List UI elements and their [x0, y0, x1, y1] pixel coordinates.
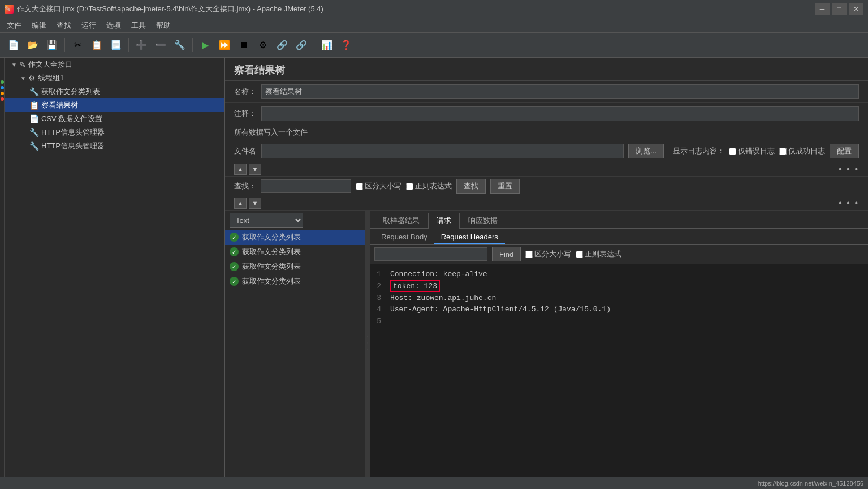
copy-button[interactable]: 📋 — [88, 36, 106, 54]
tree-item-item4[interactable]: 🔧 HTTP信息头管理器 — [5, 126, 224, 139]
cut-button[interactable]: ✂ — [68, 36, 87, 54]
sep3 — [192, 38, 193, 52]
open-button[interactable]: 📂 — [24, 36, 42, 54]
help-button[interactable]: ❓ — [337, 36, 355, 54]
title-text: 作文大全接口.jmx (D:\TestSoft\apache-jmeter-5.… — [17, 4, 323, 14]
tab-sampler[interactable]: 取样器结果 — [374, 213, 428, 228]
search-row: 查找： 区分大小写 正则表达式 查找 重置 — [225, 177, 868, 196]
drag-handle-h[interactable]: · · · — [365, 211, 370, 477]
up-arrow-btn2[interactable]: ▲ — [234, 198, 247, 209]
main-layout: ▼ ✎ 作文大全接口 ▼ ⚙ 线程组1 🔧 获取作文分类列表 📋 察看结果树 📄… — [0, 58, 868, 477]
sep2 — [128, 38, 129, 52]
tree-label-root: 作文大全接口 — [28, 59, 72, 70]
close-button[interactable]: ✕ — [849, 3, 863, 15]
line-num-5: 5 — [370, 316, 388, 328]
search-label: 查找： — [234, 181, 256, 191]
sub-tab-body[interactable]: Request Body — [374, 231, 434, 244]
find-case-label: 区分大小写 — [525, 249, 571, 259]
line-content-2: token: 123 — [388, 281, 868, 293]
tab-response[interactable]: 响应数据 — [460, 213, 506, 228]
line-content-5 — [388, 316, 868, 328]
more-btn-top[interactable]: • • • — [839, 164, 859, 174]
stop-button[interactable]: ⏹ — [235, 36, 253, 54]
find-btn[interactable]: Find — [492, 247, 521, 261]
menu-run[interactable]: 运行 — [77, 19, 101, 32]
tree-item-item2[interactable]: 📋 察看结果树 — [5, 98, 224, 112]
result-item-4[interactable]: ✓ 获取作文分类列表 — [225, 274, 365, 289]
find-regex-label: 正则表达式 — [576, 249, 621, 259]
line-content-4: User-Agent: Apache-HttpClient/4.5.12 (Ja… — [388, 304, 868, 316]
tab-request[interactable]: 请求 — [428, 213, 460, 229]
result-item-2[interactable]: ✓ 获取作文分类列表 — [225, 244, 365, 259]
result-item-1[interactable]: ✓ 获取作文分类列表 — [225, 230, 365, 244]
function-button[interactable]: 📊 — [318, 36, 336, 54]
filename-input[interactable] — [261, 144, 624, 158]
menu-tools[interactable]: 工具 — [127, 19, 150, 32]
tree-item-item3[interactable]: 📄 CSV 数据文件设置 — [5, 112, 224, 126]
title-bar-left: ✎ 作文大全接口.jmx (D:\TestSoft\apache-jmeter-… — [5, 4, 323, 14]
only-error-label: 仅错误日志 — [729, 146, 775, 156]
menu-options[interactable]: 选项 — [102, 19, 126, 32]
check-icon-3: ✓ — [230, 262, 239, 271]
new-button[interactable]: 📄 — [5, 36, 23, 54]
split-left: Text JSON XML HTML RegExp Tester ✓ 获取作文分… — [225, 211, 365, 477]
result-label-1: 获取作文分类列表 — [242, 232, 301, 242]
down-arrow-btn2[interactable]: ▼ — [249, 198, 261, 209]
find-regex-checkbox[interactable] — [576, 251, 583, 258]
highlight-token: token: 123 — [390, 280, 440, 292]
menu-edit[interactable]: 编辑 — [27, 19, 51, 32]
search-input[interactable] — [261, 179, 351, 193]
comment-input[interactable] — [261, 106, 859, 121]
maximize-button[interactable]: □ — [832, 3, 847, 15]
find-button[interactable]: 查找 — [456, 179, 486, 194]
down-arrow-btn[interactable]: ▼ — [249, 164, 261, 175]
up-arrow-btn[interactable]: ▲ — [234, 164, 247, 175]
result-item-3[interactable]: ✓ 获取作文分类列表 — [225, 259, 365, 274]
app-icon: ✎ — [5, 5, 14, 14]
start-button[interactable]: ▶ — [196, 36, 214, 54]
save-button[interactable]: 💾 — [43, 36, 61, 54]
case-sensitive-label: 区分大小写 — [356, 181, 401, 191]
minimize-button[interactable]: ─ — [815, 3, 830, 15]
only-success-checkbox[interactable] — [779, 148, 787, 155]
find-case-checkbox[interactable] — [525, 251, 533, 258]
clear-button[interactable]: 🔗 — [273, 36, 291, 54]
tree-item-root[interactable]: ▼ ✎ 作文大全接口 — [5, 58, 224, 71]
line-content-3: Host: zuowen.api.juhe.cn — [388, 293, 868, 304]
format-dropdown[interactable]: Text JSON XML HTML RegExp Tester — [230, 213, 303, 228]
menu-find[interactable]: 查找 — [52, 19, 76, 32]
find-input[interactable] — [374, 247, 487, 261]
menu-file[interactable]: 文件 — [2, 19, 26, 32]
line-num-2: 2 — [370, 281, 388, 293]
title-controls[interactable]: ─ □ ✕ — [815, 3, 863, 15]
reset-button[interactable]: 重置 — [490, 179, 520, 194]
settings-button[interactable]: 🔧 — [171, 36, 189, 54]
config-button[interactable]: 配置 — [830, 144, 859, 158]
remove-button[interactable]: ➖ — [152, 36, 170, 54]
shutdown-button[interactable]: ⚙ — [254, 36, 272, 54]
regex-checkbox[interactable] — [406, 183, 413, 190]
tree-item-item1[interactable]: 🔧 获取作文分类列表 — [5, 85, 224, 98]
name-input[interactable] — [261, 84, 859, 99]
start-no-pause-button[interactable]: ⏩ — [215, 36, 234, 54]
sub-tab-headers[interactable]: Request Headers — [434, 231, 505, 244]
strip-dot-3 — [1, 92, 4, 95]
menu-help[interactable]: 帮助 — [152, 19, 175, 32]
add-button[interactable]: ➕ — [132, 36, 150, 54]
paste-button[interactable]: 📃 — [107, 36, 125, 54]
only-error-checkbox[interactable] — [729, 148, 736, 155]
only-success-label: 仅成功日志 — [779, 146, 825, 156]
browse-button[interactable]: 浏览... — [628, 144, 664, 158]
right-panel: 察看结果树 名称： 注释： 所有数据写入一个文件 文件名 浏览... 显示日志内… — [225, 58, 868, 477]
panel-title: 察看结果树 — [234, 65, 285, 76]
sub-tab-bar: Request Body Request Headers — [370, 229, 868, 244]
all-data-label: 所有数据写入一个文件 — [234, 127, 308, 138]
tree-item-item5[interactable]: 🔧 HTTP信息头管理器 — [5, 139, 224, 153]
toolbar: 📄 📂 💾 ✂ 📋 📃 ➕ ➖ 🔧 ▶ ⏩ ⏹ ⚙ 🔗 🔗 📊 ❓ — [0, 33, 868, 58]
tree-item-group1[interactable]: ▼ ⚙ 线程组1 — [5, 71, 224, 85]
code-line-4: 4 User-Agent: Apache-HttpClient/4.5.12 (… — [370, 304, 868, 316]
case-sensitive-checkbox[interactable] — [356, 183, 363, 190]
more-btn-bottom[interactable]: • • • — [839, 198, 859, 208]
find-bar: Find 区分大小写 正则表达式 — [370, 244, 868, 264]
clear-all-button[interactable]: 🔗 — [292, 36, 310, 54]
